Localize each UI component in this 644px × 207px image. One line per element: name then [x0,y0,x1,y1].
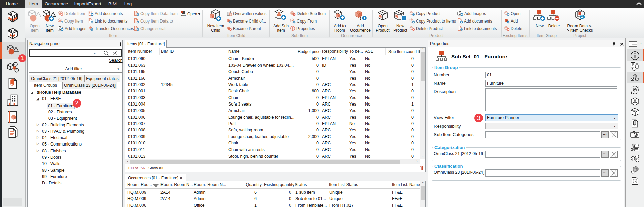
svg-text:www: www [180,14,186,17]
